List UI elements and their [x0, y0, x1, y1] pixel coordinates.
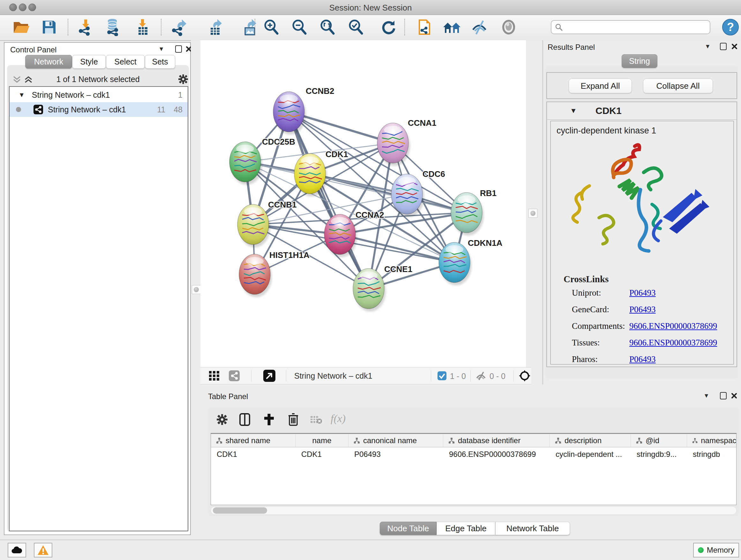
warnings-button[interactable]	[34, 543, 52, 557]
scrollbar-thumb[interactable]	[213, 507, 267, 514]
warning-icon	[37, 545, 49, 555]
network-view-badge-icon[interactable]	[228, 370, 240, 381]
control-panel-collapse-icon[interactable]: ▾	[159, 45, 163, 52]
results-panel-title: Results Panel	[548, 43, 595, 52]
crosslink-tissues[interactable]: 9606.ENSP00000378699	[629, 338, 717, 348]
cloud-status-button[interactable]	[8, 543, 26, 557]
crosslink-uniprot[interactable]: P06493	[629, 288, 656, 298]
home-button[interactable]	[442, 17, 462, 37]
column-header[interactable]: shared name	[211, 434, 295, 447]
detach-view-icon[interactable]	[263, 369, 276, 382]
left-splitter-handle[interactable]	[192, 285, 201, 294]
column-header[interactable]: description	[550, 434, 631, 447]
import-table-button[interactable]	[133, 17, 153, 37]
tab-sets[interactable]: Sets	[145, 55, 175, 69]
tab-string[interactable]: String	[622, 54, 657, 68]
import-network-file-button[interactable]	[76, 17, 95, 37]
grid-view-icon[interactable]	[209, 371, 219, 381]
create-column-icon[interactable]	[263, 413, 275, 426]
column-header[interactable]: canonical name	[348, 434, 443, 447]
tree-expanded-icon[interactable]: ▼	[18, 91, 25, 99]
table-panel-collapse-icon[interactable]: ▾	[704, 392, 708, 399]
network-from-file-button[interactable]	[414, 17, 434, 37]
network-graph[interactable]: CCNB2CCNA1CDC25BCDK1CDC6RB1CCNB1CCNA2CDK…	[200, 40, 526, 367]
tab-select[interactable]: Select	[106, 55, 145, 69]
table-row[interactable]: CDK1 CDK1 P06493 9606.ENSP00000378699 cy…	[211, 447, 736, 461]
gene-entry-header[interactable]: ▼ CDK1	[547, 102, 737, 120]
column-type-icon	[216, 437, 222, 444]
search-input[interactable]	[563, 22, 704, 32]
export-image-button[interactable]	[241, 17, 261, 37]
node-label: CDC6	[422, 169, 445, 179]
tab-node-table[interactable]: Node Table	[380, 522, 436, 535]
column-header[interactable]: name	[295, 434, 348, 447]
control-panel-title: Control Panel	[10, 45, 57, 54]
hidden-eye-icon[interactable]	[475, 371, 486, 381]
node-table: shared name name canonical name database…	[211, 433, 737, 505]
network-options-gear-icon[interactable]	[178, 74, 188, 84]
network-collection-row[interactable]: ▼ String Network – cdk1 1	[10, 87, 188, 102]
table-hscrollbar[interactable]	[211, 506, 737, 515]
zoom-out-button[interactable]	[289, 17, 309, 37]
crosslink-compartments[interactable]: 9606.ENSP00000378699	[629, 321, 717, 331]
import-network-from-database-button[interactable]	[103, 17, 123, 37]
table-panel-close-icon[interactable]	[731, 393, 737, 399]
gray-orb-button[interactable]	[499, 17, 519, 37]
results-panel: Results Panel ▾ String Expand All Collap…	[543, 40, 741, 393]
tab-network[interactable]: Network	[25, 55, 72, 69]
expand-all-button[interactable]: Expand All	[569, 78, 632, 93]
tab-style[interactable]: Style	[72, 55, 106, 69]
column-header[interactable]: @id	[631, 434, 687, 447]
delete-column-icon[interactable]	[288, 413, 299, 426]
protein-structure-image	[568, 142, 712, 269]
save-session-button[interactable]	[39, 17, 59, 37]
toolbar-separator	[431, 370, 431, 381]
collapse-all-button[interactable]: Collapse All	[643, 78, 713, 93]
houses-icon	[442, 19, 461, 36]
birds-eye-view-icon[interactable]	[518, 369, 531, 382]
control-panel: Control Panel ▾ Network Style Select Set…	[4, 42, 191, 535]
table-gear-icon[interactable]	[216, 414, 228, 425]
table-panel-float-icon[interactable]	[720, 392, 727, 399]
network-badge-icon	[33, 105, 44, 115]
selected-nodes-checkbox-icon[interactable]	[437, 371, 447, 381]
node-label: CCNE1	[384, 264, 412, 274]
column-header[interactable]: database identifier	[443, 434, 550, 447]
hide-unhide-button[interactable]	[469, 17, 489, 37]
network-view-title: String Network – cdk1	[294, 371, 373, 381]
crosslink-pharos[interactable]: P06493	[629, 354, 656, 364]
zoom-fit-button[interactable]	[318, 17, 337, 37]
zoom-in-button[interactable]	[261, 17, 281, 37]
tab-edge-table[interactable]: Edge Table	[436, 522, 495, 535]
apply-layout-button[interactable]	[379, 17, 399, 37]
entry-collapse-icon[interactable]: ▼	[570, 107, 577, 115]
orb-icon	[500, 19, 517, 36]
toolbar-separator	[470, 370, 471, 381]
export-network-button[interactable]	[170, 17, 189, 37]
zoom-selected-button[interactable]	[346, 17, 366, 37]
results-panel-collapse-icon[interactable]: ▾	[706, 43, 710, 50]
tab-network-table[interactable]: Network Table	[495, 522, 570, 535]
results-panel-float-icon[interactable]	[720, 43, 727, 50]
right-splitter-handle[interactable]	[529, 209, 537, 218]
network-row[interactable]: String Network – cdk1 11 48	[10, 102, 188, 117]
search-icon	[555, 23, 563, 31]
status-bar: Memory	[0, 540, 741, 560]
help-button[interactable]: ?	[721, 17, 740, 37]
control-panel-float-icon[interactable]	[175, 45, 182, 53]
export-network-icon	[171, 18, 188, 36]
refresh-icon	[380, 18, 398, 36]
table-panel: Table Panel ▾ f(x) shared name	[200, 384, 741, 540]
column-header[interactable]: namespac	[687, 434, 736, 447]
network-canvas[interactable]: CCNB2CCNA1CDC25BCDK1CDC6RB1CCNB1CCNA2CDK…	[200, 40, 526, 367]
node-label: CDKN1A	[468, 238, 502, 248]
memory-button[interactable]: Memory	[693, 543, 739, 557]
export-table-button[interactable]	[206, 17, 226, 37]
results-panel-close-icon[interactable]	[731, 44, 738, 50]
left-splitter[interactable]	[191, 40, 200, 384]
show-hide-columns-icon[interactable]	[239, 413, 250, 426]
crosslink-genecard[interactable]: P06493	[629, 305, 656, 314]
main-toolbar: ?	[0, 15, 741, 41]
search-field-wrap	[551, 20, 711, 34]
open-session-button[interactable]	[11, 17, 31, 37]
